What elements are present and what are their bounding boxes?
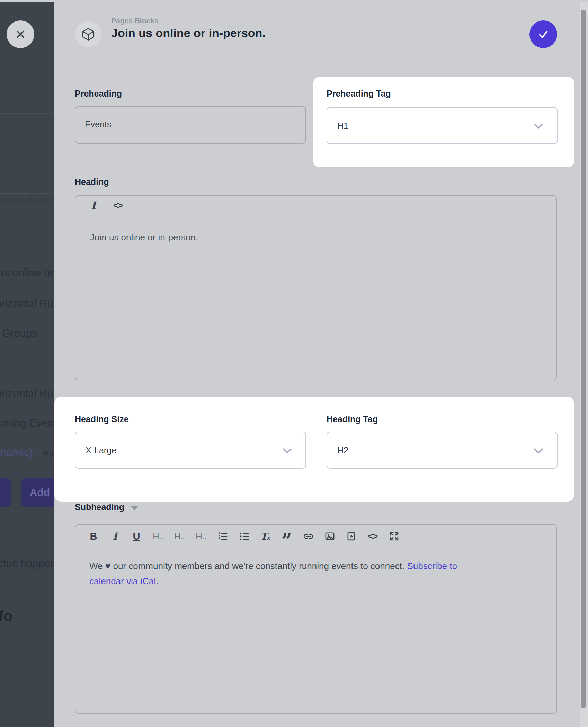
h3-button[interactable]: H..	[195, 531, 206, 542]
heading-editor[interactable]: I <> Join us online or in-person.	[75, 195, 557, 380]
sidebar-divider	[0, 77, 54, 77]
sidebar-button-fragment	[0, 478, 11, 507]
subheading-label-row: Subheading	[75, 502, 138, 512]
breadcrumb-eyebrow: Pages Blocks	[111, 17, 159, 25]
link-button[interactable]	[303, 531, 314, 542]
heading-size-value: X-Large	[86, 445, 116, 455]
heading-toolbar: I <>	[75, 196, 556, 215]
heading-size-label: Heading Size	[75, 414, 129, 424]
subheading-label: Subheading	[75, 502, 124, 512]
chevron-down-icon	[282, 447, 292, 454]
preheading-tag-card: Preheading Tag H1	[313, 77, 574, 167]
add-button: Add	[21, 478, 54, 507]
sidebar-divider	[0, 628, 54, 628]
sidebar-divider	[0, 193, 54, 194]
heading-tag-value: H2	[337, 445, 348, 455]
heading-size-select[interactable]: X-Large	[75, 432, 306, 469]
italic-button[interactable]: I	[109, 531, 121, 542]
close-button[interactable]	[7, 20, 34, 48]
subscribe-link[interactable]: Subscribe to	[407, 561, 457, 571]
preheading-tag-label: Preheading Tag	[327, 89, 391, 99]
heading-tag-select[interactable]: H2	[327, 432, 558, 469]
sidebar-divider	[0, 113, 54, 114]
sidebar-item-horizontal-rule: orizontal Rule	[0, 298, 54, 310]
quote-button[interactable]: ”	[281, 531, 292, 542]
heading-label: Heading	[75, 177, 109, 187]
collapse-triangle-icon[interactable]	[131, 506, 138, 511]
expand-button[interactable]	[389, 531, 400, 542]
video-icon	[346, 531, 357, 542]
h1-button[interactable]: H..	[152, 531, 163, 542]
ordered-list-icon: 1 2 3	[217, 531, 228, 542]
preheading-tag-value: H1	[337, 121, 348, 131]
bold-button[interactable]: B	[88, 531, 99, 542]
heading-tag-label: Heading Tag	[327, 414, 378, 424]
chevron-down-icon	[533, 123, 544, 130]
bullet-list-button[interactable]	[238, 531, 249, 542]
sidebar-note-fragment: e) and do NOT	[0, 195, 54, 205]
code-button[interactable]: <>	[367, 531, 378, 542]
clear-format-button[interactable]: Tx	[260, 531, 271, 542]
scrollbar-thumb[interactable]	[581, 10, 586, 708]
italic-button[interactable]: I	[88, 200, 99, 211]
video-button[interactable]	[346, 531, 357, 542]
sidebar-item-groups: Groups	[2, 327, 37, 340]
svg-text:3: 3	[218, 537, 220, 541]
link-icon	[303, 531, 314, 542]
subheading-toolbar: B I U H.. H.. H.. 1 2 3 Tx ”	[75, 525, 556, 548]
code-button[interactable]: <>	[112, 200, 123, 211]
sidebar-section-heading-fragment: fo	[0, 608, 12, 624]
sidebar-divider	[0, 584, 54, 584]
sidebar-divider	[0, 158, 54, 158]
expand-icon	[389, 531, 400, 542]
confirm-button[interactable]	[529, 20, 557, 48]
sidebar-item-upcoming-events: oming Events	[0, 417, 54, 429]
heading-size-card: Heading Size X-Large Heading Tag H2	[54, 397, 574, 502]
subscribe-link[interactable]: calendar via iCal.	[89, 576, 158, 586]
sidebar-dynamic-value: ev	[43, 447, 54, 460]
sidebar-item-horizontal-rule: orizontal Rule	[0, 388, 54, 400]
sidebar-item-online-fragment: us online or i	[0, 267, 54, 279]
image-icon	[324, 531, 335, 542]
h2-button[interactable]: H..	[174, 531, 185, 542]
sidebar-item-happen-fragment: ctus happen	[0, 557, 54, 570]
ordered-list-button[interactable]: 1 2 3	[217, 531, 228, 542]
preheading-tag-select[interactable]: H1	[327, 107, 558, 144]
subheading-text: We ♥ our community members and we're con…	[89, 561, 404, 571]
preheading-label: Preheading	[75, 89, 122, 99]
chevron-down-icon	[533, 447, 544, 454]
underline-button[interactable]: U	[131, 531, 142, 542]
block-icon-badge	[75, 21, 101, 47]
subheading-content[interactable]: We ♥ our community members and we're con…	[89, 558, 457, 589]
check-icon	[537, 28, 550, 41]
close-icon	[14, 27, 27, 41]
page-title: Join us online or in-person.	[111, 26, 266, 40]
bullet-list-icon	[239, 531, 249, 542]
subheading-editor[interactable]: B I U H.. H.. H.. 1 2 3 Tx ”	[75, 524, 557, 714]
backdrop-sidebar: e) and do NOT us online or i orizontal R…	[0, 2, 54, 727]
preheading-value: Events	[85, 119, 111, 130]
heading-content[interactable]: Join us online or in-person.	[90, 232, 198, 243]
image-button[interactable]	[324, 531, 335, 542]
sidebar-dynamic-label: ynamic):	[0, 446, 36, 459]
sidebar-divider	[0, 547, 54, 547]
cube-icon	[81, 27, 96, 42]
screen: e) and do NOT us online or i orizontal R…	[0, 0, 588, 727]
